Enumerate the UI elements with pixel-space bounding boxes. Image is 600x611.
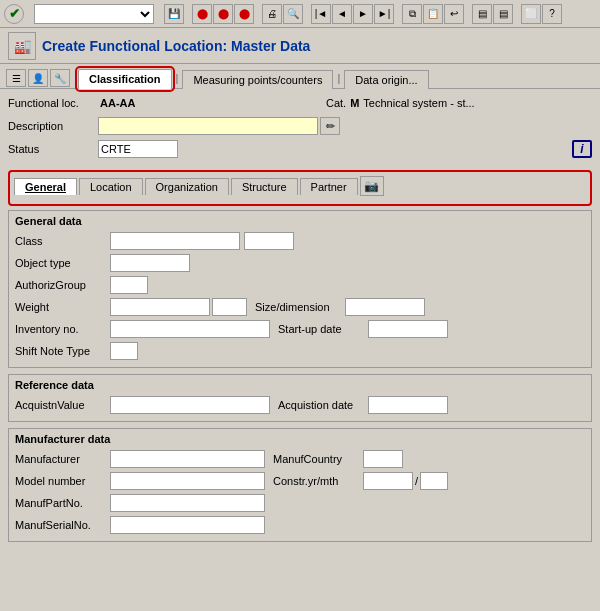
tab-sep1: | (176, 72, 179, 84)
print-button[interactable]: 🖨 (262, 4, 282, 24)
model-number-label: Model number (15, 475, 110, 487)
weight-input[interactable] (110, 298, 210, 316)
size-label: Size/dimension (255, 301, 345, 313)
manuf-country-label: ManufCountry (273, 453, 363, 465)
find-button[interactable]: 🔍 (283, 4, 303, 24)
acquistion-date-group: Acquistion date (278, 396, 448, 414)
tab-location[interactable]: Location (79, 178, 143, 195)
nav-tabs-row: ☰ 👤 🔧 Classification | Measuring points/… (0, 64, 600, 89)
startup-label: Start-up date (278, 323, 368, 335)
shortcut-btn2[interactable]: ⬤ (213, 4, 233, 24)
shift-note-label: Shift Note Type (15, 345, 110, 357)
manuf-country-input[interactable] (363, 450, 403, 468)
nav-last[interactable]: ►| (374, 4, 394, 24)
inner-tabs-row: General Location Organization Structure … (14, 176, 586, 196)
manuf-serial-input[interactable] (110, 516, 265, 534)
paste-btn[interactable]: 📋 (423, 4, 443, 24)
manufacturer-data-section: Manufacturer data Manufacturer ManufCoun… (8, 428, 592, 542)
tab-sep2: | (337, 72, 340, 84)
description-label: Description (8, 120, 98, 132)
func-loc-input[interactable] (98, 94, 318, 112)
object-type-row: Object type (15, 253, 585, 272)
func-loc-label: Functional loc. (8, 97, 98, 109)
save-button[interactable]: 💾 (164, 4, 184, 24)
tree-btn1[interactable]: ▤ (472, 4, 492, 24)
top-toolbar: ✔ 💾 ⬤ ⬤ ⬤ 🖨 🔍 |◄ ◄ ► ►| ⧉ 📋 ↩ ▤ ▤ ⬜ ? (0, 0, 600, 28)
shortcut-btn3[interactable]: ⬤ (234, 4, 254, 24)
copy-btn[interactable]: ⧉ (402, 4, 422, 24)
manuf-part-input[interactable] (110, 494, 265, 512)
tab-structure[interactable]: Structure (231, 178, 298, 195)
status-label: Status (8, 143, 98, 155)
tab-attachment-icon[interactable]: 📷 (360, 176, 384, 196)
startup-input[interactable] (368, 320, 448, 338)
nav-prev[interactable]: ◄ (332, 4, 352, 24)
nav-menu-btn1[interactable]: ☰ (6, 69, 26, 87)
shortcut-btn1[interactable]: ⬤ (192, 4, 212, 24)
general-data-title: General data (15, 215, 585, 227)
constr-yr-group: Constr.yr/mth / (273, 472, 448, 490)
acquistion-date-input[interactable] (368, 396, 448, 414)
authoriz-input[interactable] (110, 276, 148, 294)
status-row: Status i (8, 139, 592, 159)
inventory-label: Inventory no. (15, 323, 110, 335)
tab-organization[interactable]: Organization (145, 178, 229, 195)
authoriz-row: AuthorizGroup (15, 275, 585, 294)
status-input[interactable] (98, 140, 178, 158)
shift-note-input[interactable] (110, 342, 138, 360)
nav-menu-btn2[interactable]: 👤 (28, 69, 48, 87)
func-loc-row: Functional loc. Cat. M Technical system … (8, 93, 592, 113)
acquistn-row: AcquistnValue Acquistion date (15, 395, 585, 414)
toolbar-buttons: 💾 ⬤ ⬤ ⬤ 🖨 🔍 |◄ ◄ ► ►| ⧉ 📋 ↩ ▤ ▤ ⬜ ? (164, 4, 562, 24)
constr-yr-label: Constr.yr/mth (273, 475, 363, 487)
nav-menu-btn3[interactable]: 🔧 (50, 69, 70, 87)
size-input[interactable] (345, 298, 425, 316)
model-number-row: Model number Constr.yr/mth / (15, 471, 585, 490)
inventory-input[interactable] (110, 320, 270, 338)
cat-value: M (350, 97, 359, 109)
nav-first[interactable]: |◄ (311, 4, 331, 24)
object-type-input[interactable] (110, 254, 190, 272)
manufacturer-label: Manufacturer (15, 453, 110, 465)
command-dropdown[interactable] (34, 4, 154, 24)
tree-btn2[interactable]: ▤ (493, 4, 513, 24)
manufacturer-input[interactable] (110, 450, 265, 468)
class-label: Class (15, 235, 110, 247)
check-icon[interactable]: ✔ (4, 4, 24, 24)
inventory-row: Inventory no. Start-up date (15, 319, 585, 338)
description-edit-icon[interactable]: ✏ (320, 117, 340, 135)
manuf-country-group: ManufCountry (273, 450, 403, 468)
tab-data-origin[interactable]: Data origin... (344, 70, 428, 89)
size-group: Size/dimension (255, 298, 425, 316)
undo-btn[interactable]: ↩ (444, 4, 464, 24)
tab-classification[interactable]: Classification (78, 69, 172, 89)
form-area: Functional loc. Cat. M Technical system … (0, 89, 600, 166)
weight-unit-input[interactable] (212, 298, 247, 316)
manuf-part-row: ManufPartNo. (15, 493, 585, 512)
nav-next[interactable]: ► (353, 4, 373, 24)
page-title: Create Functional Location: Master Data (42, 38, 310, 54)
model-number-input[interactable] (110, 472, 265, 490)
description-input[interactable] (98, 117, 318, 135)
tab-measuring-points[interactable]: Measuring points/counters (182, 70, 333, 89)
class-input2[interactable] (244, 232, 294, 250)
description-row: Description ✏ (8, 116, 592, 136)
tab-partner[interactable]: Partner (300, 178, 358, 195)
acquistn-input[interactable] (110, 396, 270, 414)
tab-general[interactable]: General (14, 178, 77, 195)
help-button[interactable]: ? (542, 4, 562, 24)
windows-btn[interactable]: ⬜ (521, 4, 541, 24)
manuf-part-label: ManufPartNo. (15, 497, 110, 509)
object-type-label: Object type (15, 257, 110, 269)
acquistn-label: AcquistnValue (15, 399, 110, 411)
shift-note-row: Shift Note Type (15, 341, 585, 360)
class-input[interactable] (110, 232, 240, 250)
weight-label: Weight (15, 301, 110, 313)
class-row: Class (15, 231, 585, 250)
manuf-serial-label: ManufSerialNo. (15, 519, 110, 531)
constr-yr-input[interactable] (363, 472, 413, 490)
content-area: General data Class Object type AuthorizG… (8, 210, 592, 542)
constr-mth-input[interactable] (420, 472, 448, 490)
title-icon: 🏭 (8, 32, 36, 60)
status-info-icon[interactable]: i (572, 140, 592, 158)
